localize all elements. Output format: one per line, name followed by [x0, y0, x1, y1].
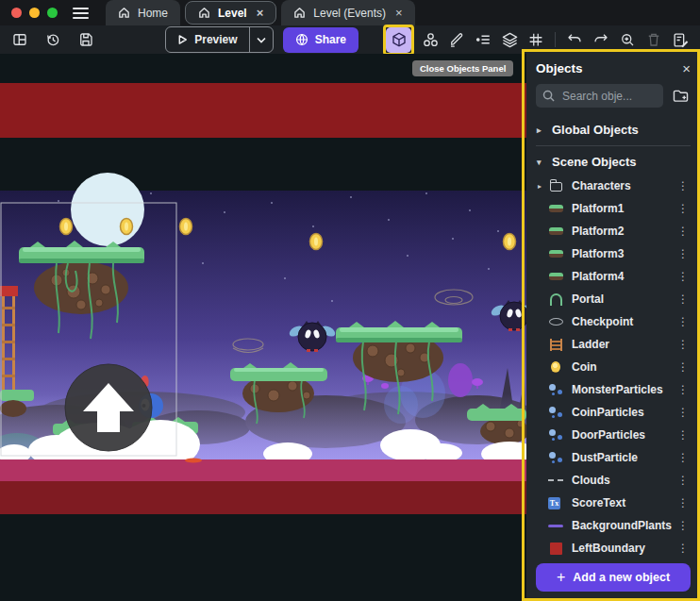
- object-menu-icon[interactable]: ⋮: [675, 542, 691, 555]
- object-menu-icon[interactable]: ⋮: [675, 360, 691, 374]
- home-icon: [198, 7, 210, 19]
- portal-icon: [548, 292, 563, 306]
- top-boundary-sprite[interactable]: [0, 83, 526, 138]
- object-menu-icon[interactable]: ⋮: [675, 428, 691, 442]
- tab-level[interactable]: Level ×: [185, 1, 276, 25]
- object-menu-icon[interactable]: ⋮: [675, 474, 691, 487]
- object-menu-icon[interactable]: ⋮: [675, 406, 691, 419]
- object-item-platform3[interactable]: Platform3 ⋮: [536, 242, 691, 265]
- object-item-coinparticles[interactable]: CoinParticles ⋮: [536, 401, 691, 424]
- coin-icon: [548, 360, 563, 374]
- plus-icon: +: [557, 570, 565, 585]
- object-menu-icon[interactable]: ⋮: [675, 202, 691, 215]
- moon-sprite[interactable]: [71, 173, 144, 246]
- object-menu-icon[interactable]: ⋮: [675, 315, 691, 328]
- tab-label: Level: [218, 7, 247, 20]
- object-item-platform4[interactable]: Platform4 ⋮: [536, 265, 691, 288]
- object-groups-icon[interactable]: [420, 29, 441, 50]
- particles-icon: [548, 406, 563, 419]
- add-new-object-button[interactable]: + Add a new object: [536, 563, 691, 592]
- object-menu-icon[interactable]: ⋮: [675, 383, 691, 396]
- layers-icon[interactable]: [499, 29, 520, 50]
- object-label: Checkpoint: [572, 315, 675, 328]
- chevron-right-icon: ▸: [537, 125, 545, 135]
- object-item-monsterparticles[interactable]: MonsterParticles ⋮: [536, 378, 691, 401]
- arrow-button-sprite[interactable]: [65, 364, 152, 451]
- add-folder-icon[interactable]: [670, 86, 691, 107]
- tab-level-events[interactable]: Level (Events) ×: [281, 0, 414, 25]
- panels-layout-icon[interactable]: [9, 29, 30, 50]
- object-menu-icon[interactable]: ⋮: [675, 247, 691, 260]
- preview-button[interactable]: Preview: [165, 26, 273, 53]
- object-menu-icon[interactable]: ⋮: [675, 496, 691, 509]
- scene-properties-icon[interactable]: [670, 29, 691, 50]
- object-label: Platform4: [572, 270, 675, 283]
- object-item-coin[interactable]: Coin ⋮: [536, 356, 691, 378]
- objects-panel-highlight: [383, 25, 414, 56]
- object-item-dustparticle[interactable]: DustParticle ⋮: [536, 446, 691, 469]
- object-menu-icon[interactable]: ⋮: [675, 225, 691, 238]
- dashes-icon: [548, 474, 563, 487]
- minimize-window-icon[interactable]: [29, 8, 40, 18]
- particles-icon: [548, 428, 563, 442]
- maximize-window-icon[interactable]: [47, 8, 58, 18]
- scene-canvas[interactable]: 1553;-337: [0, 54, 526, 601]
- share-button[interactable]: Share: [283, 27, 358, 53]
- object-item-scoretext[interactable]: Tx ScoreText ⋮: [536, 492, 691, 514]
- object-item-ladder[interactable]: Ladder ⋮: [536, 333, 691, 356]
- delete-icon: [643, 29, 664, 50]
- title-bar: Home Level × Level (Events) ×: [0, 0, 700, 25]
- instances-list-icon[interactable]: [473, 29, 493, 50]
- undo-icon[interactable]: [564, 29, 585, 50]
- tooltip: Close Objects Panel: [412, 60, 513, 76]
- object-menu-icon[interactable]: ⋮: [675, 292, 691, 306]
- object-label: DoorParticles: [572, 428, 675, 442]
- platform-icon: [548, 247, 563, 260]
- grid-icon[interactable]: [525, 29, 546, 50]
- object-label: Clouds: [572, 474, 675, 487]
- object-item-portal[interactable]: Portal ⋮: [536, 288, 691, 310]
- object-item-platform2[interactable]: Platform2 ⋮: [536, 220, 691, 242]
- search-input[interactable]: [560, 89, 657, 104]
- object-menu-icon[interactable]: ⋮: [675, 519, 691, 532]
- object-item-checkpoint[interactable]: Checkpoint ⋮: [536, 310, 691, 333]
- edit-pencil-icon[interactable]: [446, 29, 467, 50]
- preview-dropdown-icon[interactable]: [250, 27, 273, 52]
- object-menu-icon[interactable]: ⋮: [675, 338, 691, 351]
- tab-close-icon[interactable]: ×: [257, 6, 264, 20]
- redo-icon[interactable]: [591, 29, 611, 50]
- object-item-platform1[interactable]: Platform1 ⋮: [536, 197, 691, 220]
- tab-close-icon[interactable]: ×: [395, 6, 403, 20]
- cube-icon: [391, 31, 408, 48]
- save-icon[interactable]: [75, 29, 96, 50]
- expand-chevron-icon[interactable]: ▸: [538, 182, 548, 191]
- ladder-icon: [548, 338, 563, 351]
- group-global-objects[interactable]: ▸ Global Objects: [536, 117, 691, 142]
- object-item-doorparticles[interactable]: DoorParticles ⋮: [536, 424, 691, 446]
- tab-home[interactable]: Home: [106, 0, 180, 25]
- object-menu-icon[interactable]: ⋮: [675, 179, 691, 192]
- object-item-leftboundary[interactable]: LeftBoundary ⋮: [536, 537, 691, 559]
- text-icon: Tx: [548, 497, 560, 509]
- object-search[interactable]: [536, 84, 663, 108]
- folder-icon: [548, 179, 563, 192]
- group-scene-objects[interactable]: ▾ Scene Objects: [536, 149, 691, 175]
- object-item-clouds[interactable]: Clouds ⋮: [536, 469, 691, 492]
- object-label: DustParticle: [572, 451, 675, 464]
- search-icon: [542, 90, 555, 102]
- object-menu-icon[interactable]: ⋮: [675, 270, 691, 283]
- menu-icon[interactable]: [73, 8, 89, 19]
- bottom-boundary-sprite[interactable]: [0, 481, 526, 514]
- object-item-backgroundplants[interactable]: BackgroundPlants ⋮: [536, 514, 691, 537]
- globe-icon: [295, 33, 308, 46]
- ground-band: [0, 459, 526, 481]
- zoom-in-icon[interactable]: [617, 29, 638, 50]
- object-item-characters[interactable]: ▸ Characters ⋮: [536, 175, 691, 197]
- object-label: Platform2: [572, 225, 675, 238]
- close-panel-icon[interactable]: ×: [682, 61, 691, 75]
- objects-panel-toggle-button[interactable]: [386, 27, 411, 53]
- home-icon: [118, 7, 130, 19]
- object-menu-icon[interactable]: ⋮: [675, 451, 691, 464]
- close-window-icon[interactable]: [11, 8, 22, 18]
- history-icon[interactable]: [42, 29, 63, 50]
